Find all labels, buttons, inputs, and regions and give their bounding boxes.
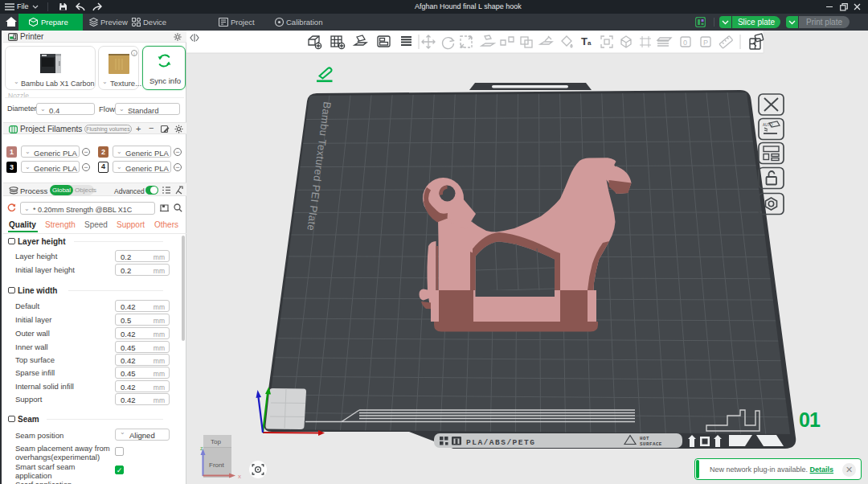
svg-text:HOT: HOT [640,436,649,441]
svg-text:AUTO: AUTO [763,123,773,127]
svg-text:Front: Front [209,461,224,469]
svg-text:01: 01 [799,408,821,431]
svg-text:0: 0 [683,39,687,47]
svg-text:x: x [238,473,241,480]
svg-text:z: z [200,445,203,451]
svg-text:PLA/ABS/PETG: PLA/ABS/PETG [466,438,535,447]
svg-text:Top: Top [211,438,221,445]
svg-text:P: P [703,39,708,47]
svg-text:SURFACE: SURFACE [640,441,662,447]
